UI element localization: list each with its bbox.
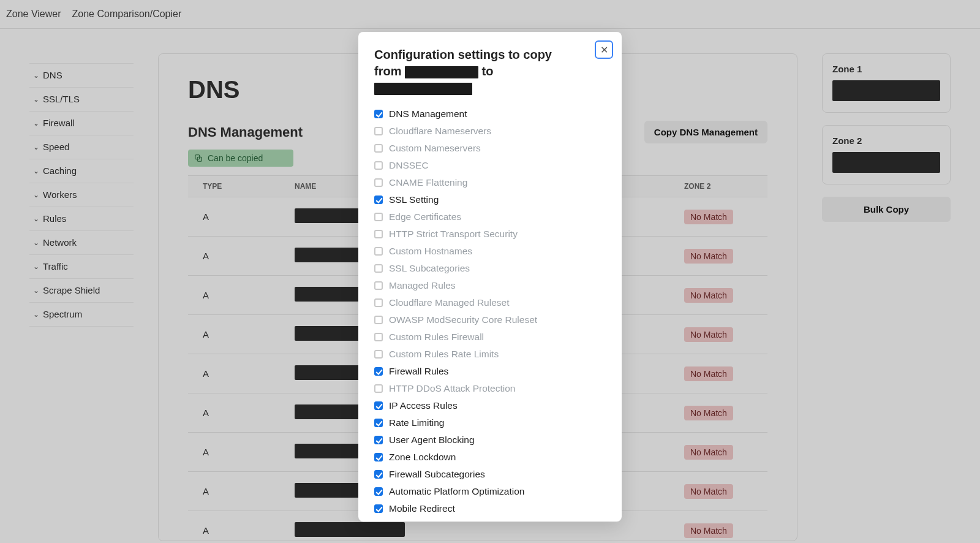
setting-row-user-agent-blocking[interactable]: User Agent Blocking [374, 435, 606, 446]
checkbox[interactable] [374, 470, 383, 479]
setting-row-http-ddos-attack-protection: HTTP DDoS Attack Protection [374, 383, 606, 394]
settings-list: DNS ManagementCloudflare NameserversCust… [374, 108, 606, 514]
setting-row-cloudflare-nameservers: Cloudflare Nameservers [374, 126, 606, 137]
setting-label: HTTP Strict Transport Security [389, 229, 518, 240]
setting-row-cloudflare-managed-ruleset: Cloudflare Managed Ruleset [374, 297, 606, 308]
checkbox [374, 298, 383, 307]
setting-row-firewall-subcategories[interactable]: Firewall Subcategories [374, 469, 606, 480]
setting-row-ssl-setting[interactable]: SSL Setting [374, 194, 606, 205]
setting-row-http-strict-transport-security: HTTP Strict Transport Security [374, 229, 606, 240]
checkbox[interactable] [374, 487, 383, 496]
setting-label: OWASP ModSecurity Core Ruleset [389, 314, 537, 325]
setting-row-edge-certificates: Edge Certificates [374, 211, 606, 222]
modal-zone-to [374, 83, 472, 95]
setting-label: SSL Setting [389, 194, 439, 205]
checkbox [374, 333, 383, 341]
setting-row-custom-rules-rate-limits: Custom Rules Rate Limits [374, 349, 606, 360]
setting-label: IP Access Rules [389, 400, 458, 411]
modal-close-button[interactable]: ✕ [595, 40, 613, 59]
setting-row-custom-nameservers: Custom Nameservers [374, 143, 606, 154]
setting-label: Custom Hostnames [389, 246, 472, 257]
setting-label: SSL Subcategories [389, 263, 470, 274]
checkbox[interactable] [374, 196, 383, 204]
checkbox [374, 350, 383, 359]
checkbox[interactable] [374, 436, 383, 444]
setting-label: User Agent Blocking [389, 435, 475, 446]
checkbox [374, 316, 383, 324]
setting-label: Custom Nameservers [389, 143, 481, 154]
checkbox [374, 144, 383, 153]
modal-zone-from [405, 66, 478, 78]
setting-label: Managed Rules [389, 280, 456, 291]
setting-row-ip-access-rules[interactable]: IP Access Rules [374, 400, 606, 411]
setting-row-automatic-platform-optimization[interactable]: Automatic Platform Optimization [374, 486, 606, 497]
setting-label: Automatic Platform Optimization [389, 486, 524, 497]
setting-label: Firewall Rules [389, 366, 448, 377]
setting-label: Cloudflare Nameservers [389, 126, 491, 137]
setting-label: Custom Rules Rate Limits [389, 349, 499, 360]
checkbox [374, 230, 383, 238]
setting-label: CNAME Flattening [389, 177, 467, 188]
setting-label: Cloudflare Managed Ruleset [389, 297, 509, 308]
setting-row-rate-limiting[interactable]: Rate Limiting [374, 417, 606, 428]
setting-row-custom-rules-firewall: Custom Rules Firewall [374, 332, 606, 343]
setting-row-ssl-subcategories: SSL Subcategories [374, 263, 606, 274]
close-icon: ✕ [600, 44, 608, 56]
checkbox[interactable] [374, 453, 383, 461]
copy-settings-modal: ✕ Configuration settings to copy from to… [358, 32, 622, 522]
setting-row-custom-hostnames: Custom Hostnames [374, 246, 606, 257]
setting-label: DNS Management [389, 108, 467, 120]
checkbox[interactable] [374, 110, 383, 118]
setting-label: Mobile Redirect [389, 503, 455, 514]
setting-label: Rate Limiting [389, 417, 444, 428]
checkbox [374, 127, 383, 135]
checkbox [374, 213, 383, 221]
setting-label: Custom Rules Firewall [389, 332, 484, 343]
checkbox[interactable] [374, 504, 383, 513]
checkbox [374, 178, 383, 187]
modal-title-to: to [482, 64, 494, 78]
setting-row-firewall-rules[interactable]: Firewall Rules [374, 366, 606, 377]
setting-row-managed-rules: Managed Rules [374, 280, 606, 291]
checkbox[interactable] [374, 401, 383, 410]
setting-label: Edge Certificates [389, 211, 461, 222]
setting-label: Firewall Subcategories [389, 469, 485, 480]
checkbox [374, 281, 383, 290]
checkbox[interactable] [374, 367, 383, 376]
checkbox [374, 161, 383, 170]
setting-row-dnssec: DNSSEC [374, 160, 606, 171]
checkbox [374, 247, 383, 256]
setting-row-zone-lockdown[interactable]: Zone Lockdown [374, 452, 606, 463]
setting-label: HTTP DDoS Attack Protection [389, 383, 515, 394]
checkbox [374, 264, 383, 273]
setting-label: Zone Lockdown [389, 452, 456, 463]
setting-row-mobile-redirect[interactable]: Mobile Redirect [374, 503, 606, 514]
modal-title: Configuration settings to copy from to [374, 47, 581, 96]
checkbox[interactable] [374, 419, 383, 427]
setting-row-dns-management[interactable]: DNS Management [374, 108, 606, 120]
setting-row-cname-flattening: CNAME Flattening [374, 177, 606, 188]
setting-label: DNSSEC [389, 160, 429, 171]
checkbox [374, 384, 383, 393]
setting-row-owasp-modsecurity-core-ruleset: OWASP ModSecurity Core Ruleset [374, 314, 606, 325]
